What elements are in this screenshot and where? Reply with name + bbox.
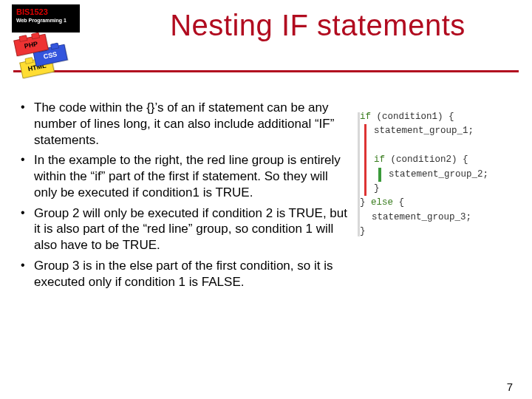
red-group: statement_group_1; if (condition2) { sta… [364, 124, 519, 196]
code-line: if (condition2) { [374, 153, 519, 167]
code-line: statement_group_3; [360, 211, 519, 225]
course-tag: BIS1523 Web Programming 1 [12, 4, 80, 33]
course-code: BIS1523 [16, 7, 75, 16]
bullet-item: Group 2 will only be executed if conditi… [13, 205, 354, 253]
code-column: if (condition1) { statement_group_1; if … [360, 100, 519, 377]
code-line: statement_group_2; [389, 168, 519, 182]
green-group: statement_group_2; [378, 168, 519, 182]
bullet-item: Group 3 is in the else part of the first… [13, 258, 354, 290]
code-line: statement_group_1; [374, 124, 519, 138]
code-line: if (condition1) { [360, 110, 519, 124]
slide-header: BIS1523 Web Programming 1 PHP CSS HTML N… [0, 0, 532, 89]
bullet-item: The code within the {}’s of an if statem… [13, 100, 354, 148]
bullet-list: The code within the {}’s of an if statem… [13, 100, 354, 290]
course-name: Web Programming 1 [16, 18, 75, 24]
bullet-item: In the example to the right, the red lin… [13, 152, 354, 200]
code-line: } [360, 225, 519, 239]
code-blank [374, 139, 519, 153]
code-figure: if (condition1) { statement_group_1; if … [360, 110, 519, 239]
code-line: } [374, 182, 519, 196]
outer-guide [358, 112, 360, 236]
page-number: 7 [507, 381, 513, 393]
slide-title: Nesting IF statements [111, 9, 525, 42]
bullet-column: The code within the {}’s of an if statem… [13, 100, 360, 377]
slide-body: The code within the {}’s of an if statem… [13, 100, 519, 377]
title-underline [13, 70, 519, 72]
code-line: } else { [360, 196, 519, 210]
